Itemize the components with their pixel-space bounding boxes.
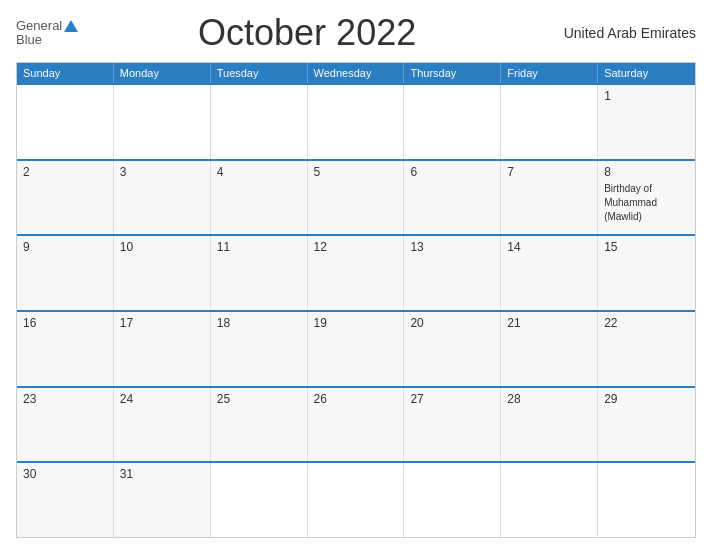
cal-cell-0-6: 1 bbox=[598, 85, 695, 159]
week-row-5: 23242526272829 bbox=[17, 386, 695, 462]
day-num-5: 5 bbox=[314, 165, 398, 179]
cal-cell-4-0: 23 bbox=[17, 388, 114, 462]
day-num-7: 7 bbox=[507, 165, 591, 179]
day-num-25: 25 bbox=[217, 392, 301, 406]
cal-cell-2-1: 10 bbox=[114, 236, 211, 310]
day-num-8: 8 bbox=[604, 165, 689, 179]
logo-blue: Blue bbox=[16, 33, 42, 47]
logo: General Blue bbox=[16, 19, 78, 48]
day-num-10: 10 bbox=[120, 240, 204, 254]
logo-general: General bbox=[16, 19, 62, 33]
day-num-17: 17 bbox=[120, 316, 204, 330]
week-row-6: 3031 bbox=[17, 461, 695, 537]
cal-cell-5-6 bbox=[598, 463, 695, 537]
cal-cell-2-0: 9 bbox=[17, 236, 114, 310]
day-num-28: 28 bbox=[507, 392, 591, 406]
day-num-18: 18 bbox=[217, 316, 301, 330]
event-label: Birthday of Muhammad (Mawlid) bbox=[604, 183, 657, 222]
day-num-27: 27 bbox=[410, 392, 494, 406]
calendar-page: General Blue October 2022 United Arab Em… bbox=[0, 0, 712, 550]
logo-triangle-icon bbox=[64, 20, 78, 32]
cal-cell-2-5: 14 bbox=[501, 236, 598, 310]
cal-cell-3-3: 19 bbox=[308, 312, 405, 386]
cal-cell-3-4: 20 bbox=[404, 312, 501, 386]
cal-cell-3-1: 17 bbox=[114, 312, 211, 386]
cal-cell-5-4 bbox=[404, 463, 501, 537]
header-saturday: Saturday bbox=[598, 63, 695, 83]
day-num-26: 26 bbox=[314, 392, 398, 406]
cal-cell-1-4: 6 bbox=[404, 161, 501, 235]
day-num-6: 6 bbox=[410, 165, 494, 179]
day-num-11: 11 bbox=[217, 240, 301, 254]
cal-cell-1-5: 7 bbox=[501, 161, 598, 235]
day-num-2: 2 bbox=[23, 165, 107, 179]
header-friday: Friday bbox=[501, 63, 598, 83]
cal-cell-0-5 bbox=[501, 85, 598, 159]
day-num-31: 31 bbox=[120, 467, 204, 481]
day-num-3: 3 bbox=[120, 165, 204, 179]
cal-cell-1-0: 2 bbox=[17, 161, 114, 235]
cal-cell-0-1 bbox=[114, 85, 211, 159]
day-num-21: 21 bbox=[507, 316, 591, 330]
day-num-15: 15 bbox=[604, 240, 689, 254]
cal-cell-2-4: 13 bbox=[404, 236, 501, 310]
header-thursday: Thursday bbox=[404, 63, 501, 83]
day-num-16: 16 bbox=[23, 316, 107, 330]
header-wednesday: Wednesday bbox=[308, 63, 405, 83]
calendar-body: 12345678Birthday of Muhammad (Mawlid)910… bbox=[17, 83, 695, 537]
cal-cell-4-3: 26 bbox=[308, 388, 405, 462]
week-row-1: 1 bbox=[17, 83, 695, 159]
week-row-2: 2345678Birthday of Muhammad (Mawlid) bbox=[17, 159, 695, 235]
day-num-14: 14 bbox=[507, 240, 591, 254]
cal-cell-3-2: 18 bbox=[211, 312, 308, 386]
cal-cell-3-6: 22 bbox=[598, 312, 695, 386]
cal-cell-2-6: 15 bbox=[598, 236, 695, 310]
day-num-24: 24 bbox=[120, 392, 204, 406]
day-num-12: 12 bbox=[314, 240, 398, 254]
cal-cell-0-4 bbox=[404, 85, 501, 159]
cal-cell-0-2 bbox=[211, 85, 308, 159]
cal-cell-1-6: 8Birthday of Muhammad (Mawlid) bbox=[598, 161, 695, 235]
cal-cell-5-2 bbox=[211, 463, 308, 537]
day-num-23: 23 bbox=[23, 392, 107, 406]
country-name: United Arab Emirates bbox=[536, 25, 696, 41]
week-row-3: 9101112131415 bbox=[17, 234, 695, 310]
cal-cell-4-2: 25 bbox=[211, 388, 308, 462]
cal-cell-5-3 bbox=[308, 463, 405, 537]
cal-cell-1-1: 3 bbox=[114, 161, 211, 235]
header-monday: Monday bbox=[114, 63, 211, 83]
header: General Blue October 2022 United Arab Em… bbox=[16, 12, 696, 54]
calendar-header: Sunday Monday Tuesday Wednesday Thursday… bbox=[17, 63, 695, 83]
day-num-19: 19 bbox=[314, 316, 398, 330]
day-num-29: 29 bbox=[604, 392, 689, 406]
cal-cell-4-5: 28 bbox=[501, 388, 598, 462]
calendar: Sunday Monday Tuesday Wednesday Thursday… bbox=[16, 62, 696, 538]
cal-cell-1-2: 4 bbox=[211, 161, 308, 235]
header-sunday: Sunday bbox=[17, 63, 114, 83]
cal-cell-2-3: 12 bbox=[308, 236, 405, 310]
cal-cell-2-2: 11 bbox=[211, 236, 308, 310]
day-num-22: 22 bbox=[604, 316, 689, 330]
week-row-4: 16171819202122 bbox=[17, 310, 695, 386]
header-tuesday: Tuesday bbox=[211, 63, 308, 83]
cal-cell-3-5: 21 bbox=[501, 312, 598, 386]
cal-cell-5-5 bbox=[501, 463, 598, 537]
cal-cell-0-3 bbox=[308, 85, 405, 159]
day-num-4: 4 bbox=[217, 165, 301, 179]
cal-cell-5-0: 30 bbox=[17, 463, 114, 537]
cal-cell-4-4: 27 bbox=[404, 388, 501, 462]
day-num-1: 1 bbox=[604, 89, 689, 103]
day-num-13: 13 bbox=[410, 240, 494, 254]
cal-cell-4-1: 24 bbox=[114, 388, 211, 462]
month-title: October 2022 bbox=[78, 12, 536, 54]
day-num-20: 20 bbox=[410, 316, 494, 330]
cal-cell-0-0 bbox=[17, 85, 114, 159]
cal-cell-4-6: 29 bbox=[598, 388, 695, 462]
day-num-9: 9 bbox=[23, 240, 107, 254]
cal-cell-1-3: 5 bbox=[308, 161, 405, 235]
day-num-30: 30 bbox=[23, 467, 107, 481]
cal-cell-3-0: 16 bbox=[17, 312, 114, 386]
cal-cell-5-1: 31 bbox=[114, 463, 211, 537]
